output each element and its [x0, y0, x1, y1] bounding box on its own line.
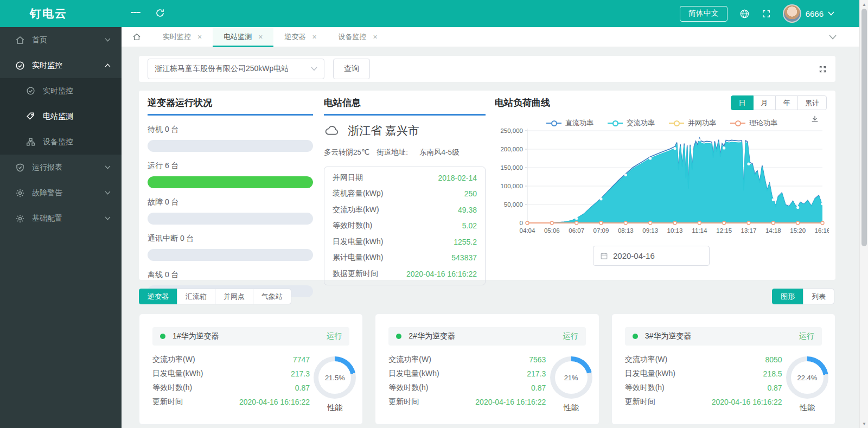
- metric-row: 等效时数(h)0.87: [152, 381, 310, 395]
- svg-text:04:04: 04:04: [520, 227, 535, 234]
- view-tab-list[interactable]: 列表: [803, 289, 834, 304]
- close-icon[interactable]: ×: [312, 33, 316, 41]
- close-icon[interactable]: ×: [197, 33, 202, 41]
- close-icon[interactable]: ×: [373, 33, 378, 41]
- tab-inverter[interactable]: 逆变器×: [273, 27, 327, 47]
- tab-station-monitor[interactable]: 电站监测×: [213, 27, 273, 47]
- app-root: 钉电云 简体中文 6666 首页 实: [0, 0, 868, 428]
- sidebar-subitem-station-monitor[interactable]: 电站监测: [0, 104, 122, 129]
- query-button[interactable]: 查询: [333, 59, 370, 79]
- metric-row: 等效时数(h)0.87: [625, 381, 782, 395]
- svg-text:10:13: 10:13: [667, 227, 683, 234]
- inverter-card-2: 2#华为逆变器 运行 交流功率(W)7563 日发电量(kWh)217.3 等效…: [375, 314, 599, 425]
- scrollbar-thumb[interactable]: [861, 9, 867, 246]
- metric-row: 更新时间2020-04-16 16:16:22: [152, 395, 310, 409]
- address-label: 街道地址:: [376, 148, 408, 157]
- performance-gauge: 21.5%: [314, 356, 356, 399]
- device-tab-weather-station[interactable]: 气象站: [253, 289, 291, 304]
- station-info-table: 并网日期2018-02-14 装机容量(kWp)250 交流功率(kW)49.3…: [324, 167, 486, 285]
- fullscreen-icon[interactable]: [762, 9, 771, 18]
- inverter-card-header: 1#华为逆变器 运行: [152, 327, 349, 346]
- status-bar-running: [148, 176, 313, 188]
- tabs-menu-chevron[interactable]: [829, 35, 837, 40]
- table-row: 数据更新时间2020-04-16 16:16:22: [333, 266, 477, 282]
- sidebar-item-home[interactable]: 首页: [0, 27, 122, 53]
- inverter-status-link[interactable]: 运行: [327, 331, 342, 341]
- tag-icon: [26, 112, 36, 122]
- metric-row: 日发电量(kWh)218.5: [625, 367, 782, 381]
- download-icon[interactable]: [810, 114, 819, 123]
- station-select[interactable]: 浙江栋马童车股份有限公司250kWp电站: [148, 59, 324, 79]
- performance-gauge: 22.4%: [786, 356, 828, 399]
- svg-text:08:13: 08:13: [618, 227, 634, 234]
- date-value: 2020-04-16: [613, 251, 655, 260]
- check-circle-icon: [26, 86, 36, 96]
- view-tab-graph[interactable]: 图形: [772, 289, 803, 304]
- table-row: 日发电量(kWh)1255.2: [333, 234, 477, 250]
- inverter-name: 1#华为逆变器: [173, 331, 219, 341]
- date-picker[interactable]: 2020-04-16: [593, 246, 710, 266]
- expand-icon[interactable]: [819, 65, 827, 73]
- svg-text:16:16: 16:16: [815, 227, 829, 234]
- device-tab-grid-point[interactable]: 并网点: [215, 289, 253, 304]
- inverter-name: 3#华为逆变器: [645, 331, 692, 341]
- status-dot-icon: [396, 334, 401, 339]
- inverter-status-link[interactable]: 运行: [563, 331, 578, 341]
- svg-text:250,000: 250,000: [500, 127, 523, 134]
- chevron-down-icon: [105, 165, 111, 169]
- sidebar-item-fault-alerts[interactable]: 故障警告: [0, 180, 122, 206]
- user-menu[interactable]: 6666: [783, 4, 834, 23]
- metric-row: 更新时间2020-04-16 16:16:22: [388, 395, 546, 409]
- language-button[interactable]: 简体中文: [680, 6, 727, 22]
- svg-text:15:20: 15:20: [790, 227, 806, 234]
- svg-text:150,000: 150,000: [500, 164, 523, 171]
- sidebar-subitem-realtime[interactable]: 实时监控: [0, 78, 122, 104]
- globe-icon[interactable]: [739, 9, 750, 19]
- device-tab-combiner[interactable]: 汇流箱: [177, 289, 215, 304]
- close-icon[interactable]: ×: [258, 33, 263, 41]
- weather-text: 多云转阴25℃: [324, 148, 369, 157]
- range-tab-year[interactable]: 年: [775, 95, 798, 110]
- chevron-down-icon: [311, 67, 317, 71]
- bar-label: 运行 6 台: [148, 161, 313, 171]
- metric-row: 等效时数(h)0.87: [388, 381, 546, 395]
- range-tab-day[interactable]: 日: [731, 95, 754, 110]
- view-mode-tabs: 图形 列表: [772, 289, 834, 304]
- device-tab-inverter[interactable]: 逆变器: [139, 289, 177, 304]
- wind-text: 东南风4-5级: [419, 148, 459, 157]
- vertical-scrollbar[interactable]: ▲ ▼: [859, 0, 868, 428]
- status-bar-fault: [148, 213, 313, 225]
- range-tab-total[interactable]: 累计: [797, 95, 827, 110]
- svg-text:12:15: 12:15: [716, 227, 732, 234]
- chevron-down-icon: [828, 11, 834, 16]
- scroll-down-icon[interactable]: ▼: [860, 419, 868, 428]
- inverter-status-link[interactable]: 运行: [799, 331, 814, 341]
- svg-text:0: 0: [520, 220, 523, 226]
- bar-label: 故障 0 台: [148, 197, 313, 207]
- load-curve-chart[interactable]: 050,000100,000150,000200,000250,00004:04…: [495, 123, 829, 244]
- sidebar-subitem-device-monitor[interactable]: 设备监控: [0, 129, 122, 155]
- table-row: 并网日期2018-02-14: [333, 170, 477, 186]
- sidebar-collapse-icon[interactable]: [131, 9, 141, 18]
- sitemap-icon: [26, 137, 36, 147]
- bar-label: 离线 0 台: [148, 270, 313, 280]
- tab-home[interactable]: [122, 27, 152, 47]
- sidebar-item-realtime-monitor[interactable]: 实时监控: [0, 53, 122, 78]
- metric-row: 日发电量(kWh)217.3: [388, 367, 546, 381]
- gauge-label: 性能: [786, 403, 828, 413]
- tab-realtime-monitor[interactable]: 实时监控×: [152, 27, 213, 47]
- tab-device-monitor[interactable]: 设备监控×: [328, 27, 388, 47]
- station-location: 浙江省 嘉兴市: [348, 123, 419, 138]
- gear-icon: [15, 214, 25, 223]
- gear-icon: [15, 188, 25, 198]
- range-tab-month[interactable]: 月: [753, 95, 776, 110]
- load-curve-panel: 电站负荷曲线 日 月 年 累计 直流功率 交流功率 并网功率 理论功率: [495, 91, 829, 128]
- sidebar-item-reports[interactable]: 运行报表: [0, 155, 122, 180]
- refresh-icon[interactable]: [155, 8, 165, 18]
- chevron-up-icon: [105, 63, 111, 67]
- performance-gauge: 21%: [550, 356, 592, 399]
- scroll-up-icon[interactable]: ▲: [860, 0, 868, 9]
- svg-text:06:07: 06:07: [569, 227, 584, 234]
- calendar-icon: [600, 252, 608, 260]
- sidebar-item-base-config[interactable]: 基础配置: [0, 206, 122, 231]
